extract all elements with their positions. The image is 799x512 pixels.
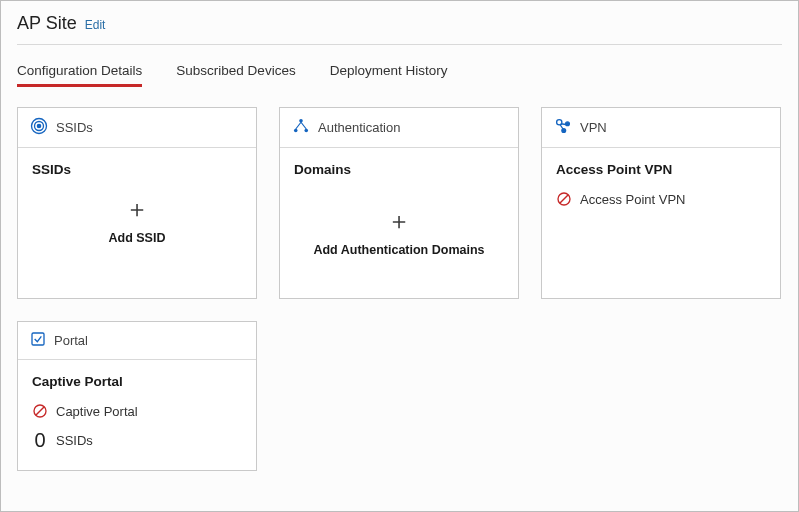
page-header: AP Site Edit <box>17 13 782 45</box>
vpn-status-label: Access Point VPN <box>580 192 686 207</box>
card-head-label: Authentication <box>318 120 400 135</box>
edit-link[interactable]: Edit <box>85 18 106 32</box>
add-label: Add SSID <box>109 231 166 245</box>
add-auth-domain-button[interactable]: ＋ Add Authentication Domains <box>294 191 504 259</box>
svg-point-5 <box>304 129 308 133</box>
vpn-status-row: Access Point VPN <box>556 191 766 207</box>
card-body-vpn: Access Point VPN Access Point VPN <box>542 148 780 298</box>
tabs: Configuration Details Subscribed Devices… <box>17 63 782 87</box>
portal-status-row: Captive Portal <box>32 403 242 419</box>
card-subtitle: Captive Portal <box>32 374 242 389</box>
svg-line-10 <box>560 195 568 203</box>
card-head-label: Portal <box>54 333 88 348</box>
card-ssids: SSIDs SSIDs ＋ Add SSID <box>17 107 257 299</box>
disabled-icon <box>556 191 572 207</box>
portal-status-label: Captive Portal <box>56 404 138 419</box>
svg-line-13 <box>36 407 44 415</box>
card-body-authentication: Domains ＋ Add Authentication Domains <box>280 148 518 277</box>
card-head-portal: Portal <box>18 322 256 360</box>
plus-icon: ＋ <box>125 197 149 221</box>
vpn-network-icon <box>554 117 572 138</box>
plus-icon: ＋ <box>387 209 411 233</box>
svg-point-3 <box>299 119 303 123</box>
card-head-label: SSIDs <box>56 120 93 135</box>
disabled-icon <box>32 403 48 419</box>
portal-checkbox-icon <box>30 331 46 350</box>
card-subtitle: Domains <box>294 162 504 177</box>
svg-point-7 <box>566 122 570 126</box>
portal-ssids-row: 0 SSIDs <box>32 429 242 452</box>
card-head-ssids: SSIDs <box>18 108 256 148</box>
cards-row-1: SSIDs SSIDs ＋ Add SSID <box>17 107 782 299</box>
svg-point-4 <box>294 129 298 133</box>
tab-deployment-history[interactable]: Deployment History <box>330 63 448 87</box>
card-subtitle: Access Point VPN <box>556 162 766 177</box>
card-head-vpn: VPN <box>542 108 780 148</box>
card-vpn: VPN Access Point VPN Access Point VPN <box>541 107 781 299</box>
portal-ssids-count: 0 <box>32 429 48 452</box>
card-subtitle: SSIDs <box>32 162 242 177</box>
tab-configuration-details[interactable]: Configuration Details <box>17 63 142 87</box>
add-label: Add Authentication Domains <box>313 243 484 257</box>
card-body-ssids: SSIDs ＋ Add SSID <box>18 148 256 265</box>
card-authentication: Authentication Domains ＋ Add Authenticat… <box>279 107 519 299</box>
card-body-portal: Captive Portal Captive Portal 0 SSIDs <box>18 360 256 470</box>
card-head-authentication: Authentication <box>280 108 518 148</box>
svg-point-0 <box>37 124 40 127</box>
page-title: AP Site <box>17 13 77 34</box>
card-portal: Portal Captive Portal Captive Portal 0 S… <box>17 321 257 471</box>
add-ssid-button[interactable]: ＋ Add SSID <box>32 191 242 247</box>
portal-ssids-label: SSIDs <box>56 433 93 448</box>
card-head-label: VPN <box>580 120 607 135</box>
auth-hierarchy-icon <box>292 117 310 138</box>
cards-row-2: Portal Captive Portal Captive Portal 0 S… <box>17 321 782 471</box>
page-container: AP Site Edit Configuration Details Subsc… <box>0 0 799 512</box>
wifi-target-icon <box>30 117 48 138</box>
tab-subscribed-devices[interactable]: Subscribed Devices <box>176 63 295 87</box>
svg-rect-11 <box>32 333 44 345</box>
